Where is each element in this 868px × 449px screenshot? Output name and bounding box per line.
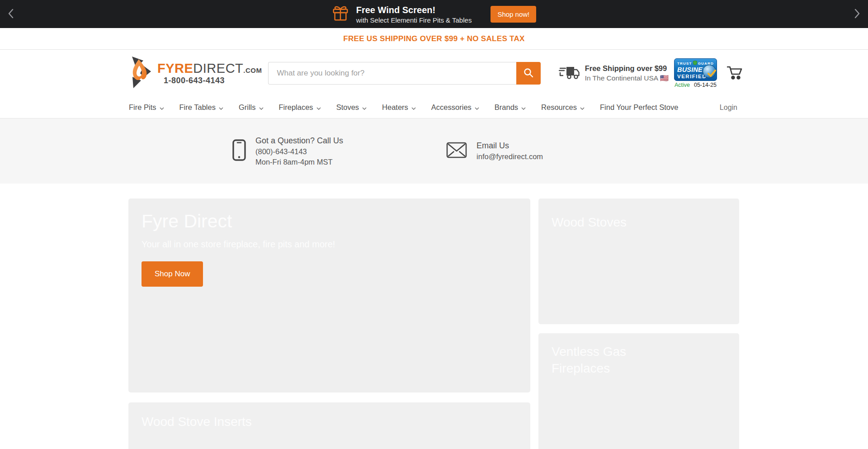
envelope-icon: [446, 142, 467, 160]
free-shipping-promo: Free Shipping over $99 In The Continenta…: [559, 64, 669, 82]
announcement-bar: Free Wind Screen! with Select Elementi F…: [0, 0, 868, 28]
phone-icon: [232, 139, 246, 163]
brand-wordmark: FYREDIRECT.COM: [157, 62, 262, 75]
hero-shop-now-button[interactable]: Shop Now: [142, 261, 203, 287]
nav-item-fire-tables[interactable]: Fire Tables: [179, 103, 223, 112]
email-title: Email Us: [476, 141, 543, 151]
cart-icon: [727, 75, 744, 81]
chevron-down-icon: [362, 103, 367, 112]
nav-item-grills[interactable]: Grills: [239, 103, 264, 112]
announcement-title: Free Wind Screen!: [356, 5, 472, 15]
chevron-down-icon: [259, 103, 264, 112]
nav-item-stoves[interactable]: Stoves: [336, 103, 367, 112]
free-shipping-banner: FREE US SHIPPING OVER $99 + NO SALES TAX: [0, 28, 868, 50]
promo-title: Free Shipping over $99: [585, 64, 669, 73]
trust-status: Active: [675, 82, 690, 88]
search-icon: [523, 67, 534, 80]
search-bar: [268, 62, 540, 85]
nav-item-resources[interactable]: Resources: [541, 103, 585, 112]
chevron-down-icon: [521, 103, 526, 112]
chevron-left-icon: [8, 9, 14, 20]
call-title: Got a Question? Call Us: [255, 136, 343, 146]
header-phone-number: 1-800-643-4143: [164, 76, 262, 85]
email-us-block: Email Us info@fyredirect.com: [446, 141, 543, 161]
globe-check-icon: [703, 65, 716, 78]
gift-icon: [332, 5, 349, 24]
nav-item-fire-pits[interactable]: Fire Pits: [129, 103, 164, 112]
chevron-down-icon: [316, 103, 321, 112]
trust-brand-left: TRUST: [677, 61, 692, 66]
carousel-prev-button[interactable]: [1, 0, 21, 28]
cart-button[interactable]: [727, 66, 744, 81]
nav-item-fireplaces[interactable]: Fireplaces: [279, 103, 321, 112]
carousel-next-button[interactable]: [847, 0, 867, 28]
collection-card-ventless-gas-fireplaces[interactable]: Ventless Gas Fireplaces: [538, 333, 739, 449]
call-hours: Mon-Fri 8am-4pm MST: [255, 158, 343, 166]
truck-icon: [559, 65, 580, 82]
flame-logo-icon: [129, 57, 153, 90]
email-address[interactable]: info@fyredirect.com: [476, 152, 543, 161]
nav-item-find-your-perfect-stove[interactable]: Find Your Perfect Stove: [600, 103, 678, 112]
contact-strip: Got a Question? Call Us (800)-643-4143 M…: [0, 118, 868, 184]
hero-subtitle: Your all in one store fireplace, fire pi…: [142, 239, 530, 250]
nav-item-accessories[interactable]: Accessories: [431, 103, 479, 112]
search-input[interactable]: [268, 62, 516, 85]
hero-banner: Fyre Direct Your all in one store firepl…: [128, 199, 530, 392]
promo-subtitle: In The Continental USA 🇺🇸: [585, 74, 669, 82]
nav-item-heaters[interactable]: Heaters: [382, 103, 416, 112]
collection-card-wood-stove-inserts[interactable]: Wood Stove Inserts: [128, 402, 530, 449]
trust-date: 05-14-25: [694, 82, 717, 88]
nav-item-brands[interactable]: Brands: [495, 103, 526, 112]
search-button[interactable]: [516, 62, 541, 85]
trust-guard-badge: TRUST GUARD BUSINESS VERIFIED Active 05-…: [674, 58, 717, 88]
hero-title: Fyre Direct: [142, 210, 530, 232]
collection-title: Wood Stoves: [552, 214, 739, 231]
chevron-right-icon: [854, 9, 860, 20]
main-content: Fyre Direct Your all in one store firepl…: [0, 184, 868, 449]
site-header: FYREDIRECT.COM 1-800-643-4143: [0, 50, 868, 97]
login-link[interactable]: Login: [720, 104, 737, 112]
announcement-shop-now-button[interactable]: Shop now!: [491, 6, 536, 23]
collection-title: Wood Stove Inserts: [142, 413, 530, 430]
chevron-down-icon: [160, 103, 164, 112]
shield-icon: [693, 61, 697, 66]
announcement-subtitle: with Select Elementi Fire Pits & Tables: [356, 16, 472, 24]
main-nav: Fire Pits Fire Tables Grills Fireplaces …: [0, 97, 868, 118]
collection-title: Ventless Gas Fireplaces: [552, 343, 660, 377]
call-us-block: Got a Question? Call Us (800)-643-4143 M…: [232, 136, 343, 166]
chevron-down-icon: [219, 103, 223, 112]
collection-card-wood-stoves[interactable]: Wood Stoves: [538, 199, 739, 324]
chevron-down-icon: [580, 103, 585, 112]
chevron-down-icon: [411, 103, 416, 112]
chevron-down-icon: [475, 103, 479, 112]
logo[interactable]: FYREDIRECT.COM 1-800-643-4143: [129, 57, 262, 90]
call-phone[interactable]: (800)-643-4143: [255, 147, 343, 156]
